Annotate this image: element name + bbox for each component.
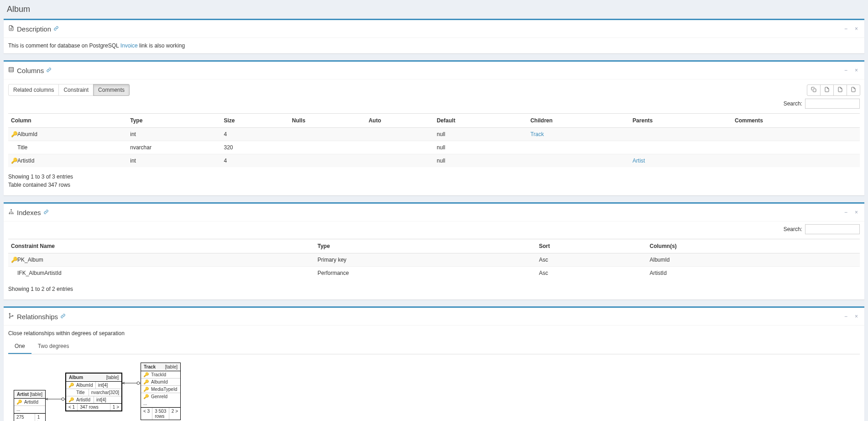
- tab-comments[interactable]: Comments: [93, 84, 130, 96]
- primary-key-icon: 🔑: [11, 257, 16, 263]
- copy-button[interactable]: [807, 84, 821, 96]
- close-button[interactable]: ×: [853, 312, 860, 321]
- cell-default: null: [434, 154, 528, 168]
- idx-header-sort[interactable]: Sort: [536, 239, 647, 253]
- erd-track-name: Track: [144, 364, 156, 369]
- indexes-panel: Indexes − × Search: Constraint Name Type…: [4, 202, 864, 300]
- rel-tab-one[interactable]: One: [8, 339, 31, 354]
- cell-name: 🔑PK_Album: [8, 253, 315, 267]
- columns-search-input[interactable]: [805, 99, 860, 109]
- columns-icon: [8, 67, 14, 74]
- col-header-type[interactable]: Type: [127, 114, 221, 128]
- indexes-search-input[interactable]: [805, 224, 860, 234]
- col-header-auto[interactable]: Auto: [366, 114, 434, 128]
- cell-children: Track: [528, 128, 630, 141]
- svg-rect-9: [12, 213, 13, 214]
- description-text-pre: This is comment for database on PostgreS…: [8, 42, 120, 49]
- columns-tab-group: Related columns Constraint Comments: [8, 84, 129, 96]
- document-icon: [8, 25, 14, 32]
- erd-col: 🔑AlbumId: [66, 382, 95, 389]
- cell-default: null: [434, 128, 528, 141]
- col-header-children[interactable]: Children: [528, 114, 630, 128]
- cell-sort: Asc: [536, 253, 647, 267]
- collapse-button[interactable]: −: [842, 66, 849, 74]
- cell-type: int: [127, 128, 221, 141]
- erd-col: 🔑TrackId: [141, 371, 180, 378]
- svg-line-19: [46, 398, 48, 399]
- svg-rect-8: [10, 213, 11, 214]
- erd-col-type: nvarchar[320]: [89, 389, 121, 396]
- columns-panel-header: Columns − ×: [4, 62, 864, 79]
- erd-out: 2 >: [169, 408, 180, 420]
- close-button[interactable]: ×: [853, 66, 860, 74]
- description-title: Description: [17, 25, 51, 33]
- anchor-link-icon[interactable]: [54, 26, 58, 32]
- child-link[interactable]: Track: [530, 131, 544, 137]
- description-panel: Description − × This is comment for data…: [4, 19, 864, 53]
- collapse-button[interactable]: −: [842, 312, 849, 321]
- anchor-link-icon[interactable]: [47, 68, 51, 73]
- svg-line-20: [46, 399, 48, 400]
- col-header-size[interactable]: Size: [221, 114, 289, 128]
- anchor-link-icon[interactable]: [61, 314, 65, 319]
- cell-parents: Artist: [630, 154, 732, 168]
- relationships-intro: Close relationships within degrees of se…: [8, 330, 860, 337]
- anchor-link-icon[interactable]: [44, 210, 48, 215]
- erd-table-track[interactable]: Track[table] 🔑TrackId🔑AlbumId🔑MediaTypeI…: [141, 363, 181, 420]
- export-csv-button[interactable]: [820, 84, 834, 96]
- erd-col: 🔑ArtistId: [66, 396, 94, 403]
- svg-point-10: [9, 313, 10, 314]
- svg-line-18: [122, 383, 125, 384]
- erd-out: 1 >: [110, 404, 121, 410]
- cell-auto: [366, 128, 434, 141]
- rel-tab-two[interactable]: Two degrees: [31, 339, 76, 354]
- table-row: 🔑PK_AlbumPrimary keyAscAlbumId: [8, 253, 860, 267]
- col-header-default[interactable]: Default: [434, 114, 528, 128]
- sitemap-icon: [8, 209, 14, 216]
- cell-type: int: [127, 154, 221, 168]
- columns-table: Column Type Size Nulls Auto Default Chil…: [8, 113, 860, 167]
- tab-constraint[interactable]: Constraint: [58, 84, 94, 96]
- tab-related-columns[interactable]: Related columns: [8, 84, 59, 96]
- parent-link[interactable]: Artist: [633, 158, 645, 164]
- idx-header-columns[interactable]: Column(s): [647, 239, 860, 253]
- idx-header-type[interactable]: Type: [315, 239, 536, 253]
- cell-nulls: [289, 141, 366, 154]
- primary-key-icon: 🔑: [11, 131, 16, 137]
- foreign-key-icon: 🔑: [143, 379, 148, 384]
- collapse-button[interactable]: −: [842, 208, 849, 216]
- erd-ellipsis: ...: [141, 400, 149, 407]
- svg-point-12: [12, 315, 13, 316]
- page-title: Album: [0, 0, 868, 19]
- description-body: This is comment for database on PostgreS…: [4, 38, 864, 53]
- relationship-tabs: One Two degrees: [8, 339, 860, 354]
- collapse-button[interactable]: −: [842, 25, 849, 33]
- cell-sort: Asc: [536, 267, 647, 280]
- erd-col: 🔑GenreId: [141, 393, 180, 400]
- close-button[interactable]: ×: [853, 208, 860, 216]
- erd-table-album[interactable]: Album[table] 🔑AlbumIdint[4]•Titlenvarcha…: [65, 373, 122, 411]
- erd-table-artist[interactable]: Artist[table] 🔑ArtistId ... 275 rows1 >: [14, 390, 46, 421]
- svg-rect-6: [10, 209, 11, 210]
- idx-header-name[interactable]: Constraint Name: [8, 239, 315, 253]
- col-header-column[interactable]: Column: [8, 114, 127, 128]
- close-button[interactable]: ×: [853, 25, 860, 33]
- erd-in: < 1: [66, 404, 77, 410]
- table-row: 🔑ArtistIdint4nullArtist: [8, 154, 860, 168]
- description-invoice-link[interactable]: Invoice: [120, 42, 138, 49]
- cell-column: 🔑AlbumId: [8, 128, 127, 141]
- erd-col: 🔑MediaTypeId: [141, 386, 180, 393]
- export-pdf-button[interactable]: [847, 84, 860, 96]
- erd-col: •Title: [66, 389, 89, 396]
- erd-out: 1 >: [35, 414, 45, 421]
- svg-point-14: [62, 398, 64, 400]
- col-header-nulls[interactable]: Nulls: [289, 114, 366, 128]
- foreign-key-icon: 🔑: [143, 394, 148, 399]
- export-excel-button[interactable]: [833, 84, 847, 96]
- cell-auto: [366, 141, 434, 154]
- foreign-key-icon: 🔑: [68, 397, 73, 402]
- col-header-parents[interactable]: Parents: [630, 114, 732, 128]
- cell-column: 🔑ArtistId: [8, 154, 127, 168]
- col-header-comments[interactable]: Comments: [732, 114, 860, 128]
- relationships-panel-header: Relationships − ×: [4, 308, 864, 326]
